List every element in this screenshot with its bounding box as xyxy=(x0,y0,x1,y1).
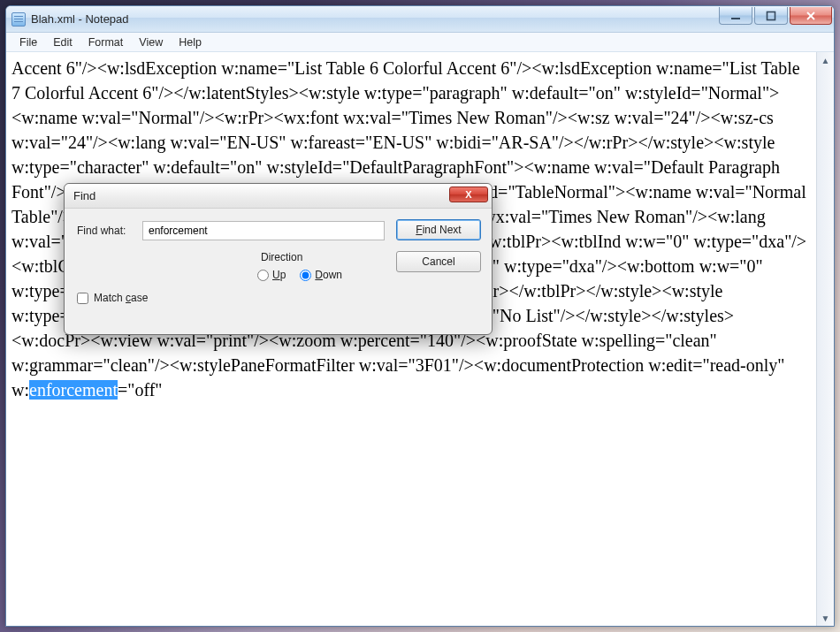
svg-rect-1 xyxy=(767,11,775,19)
menu-view[interactable]: View xyxy=(131,34,171,50)
scroll-up-icon[interactable]: ▲ xyxy=(817,52,834,68)
direction-up-radio[interactable] xyxy=(257,270,269,281)
scroll-down-icon[interactable]: ▼ xyxy=(817,610,834,626)
find-what-input[interactable] xyxy=(142,221,385,240)
direction-down[interactable]: Down xyxy=(300,269,342,281)
find-dialog-body: Find what: Find Next Cancel Direction Up… xyxy=(65,209,492,334)
editor-area: Accent 6"/><w:lsdException w:name="List … xyxy=(6,52,834,626)
find-dialog: Find X Find what: Find Next Cancel Direc… xyxy=(64,183,493,335)
find-close-button[interactable]: X xyxy=(449,187,488,202)
find-buttons: Find Next Cancel xyxy=(396,219,481,272)
search-highlight: enforcement xyxy=(29,380,118,400)
minimize-icon xyxy=(730,11,741,21)
maximize-icon xyxy=(766,11,776,21)
direction-down-label: Down xyxy=(315,269,342,281)
direction-down-radio[interactable] xyxy=(300,270,311,281)
match-case-label: Match case xyxy=(94,292,148,304)
cancel-button[interactable]: Cancel xyxy=(396,251,481,272)
close-button[interactable] xyxy=(790,7,832,25)
find-what-label: Find what: xyxy=(77,225,142,237)
find-dialog-title: Find xyxy=(73,189,95,202)
menubar: File Edit Format View Help xyxy=(6,33,834,52)
notepad-icon xyxy=(11,12,26,27)
vertical-scrollbar[interactable]: ▲ ▼ xyxy=(816,52,834,626)
find-next-rest: ind Next xyxy=(423,224,462,236)
close-icon xyxy=(806,11,816,21)
menu-edit[interactable]: Edit xyxy=(45,34,80,50)
direction-label: Direction xyxy=(257,251,306,263)
close-icon: X xyxy=(465,189,471,200)
menu-file[interactable]: File xyxy=(11,34,45,50)
direction-up-label: Up xyxy=(272,269,286,281)
window-title: Blah.xml - Notepad xyxy=(31,12,129,26)
menu-help[interactable]: Help xyxy=(171,34,210,50)
direction-group: Direction Up Down xyxy=(250,255,376,301)
menu-format[interactable]: Format xyxy=(80,34,132,50)
maximize-button[interactable] xyxy=(754,7,788,25)
titlebar[interactable]: Blah.xml - Notepad xyxy=(6,6,834,33)
svg-rect-0 xyxy=(731,18,740,19)
direction-up[interactable]: Up xyxy=(257,269,286,281)
find-dialog-titlebar[interactable]: Find X xyxy=(65,184,492,209)
match-case-checkbox[interactable] xyxy=(77,293,88,304)
find-next-button[interactable]: Find Next xyxy=(396,219,481,240)
match-case[interactable]: Match case xyxy=(77,292,148,304)
find-what-row: Find what: xyxy=(77,221,385,240)
window-controls xyxy=(717,6,832,25)
minimize-button[interactable] xyxy=(719,7,752,25)
text-editor[interactable]: Accent 6"/><w:lsdException w:name="List … xyxy=(6,52,816,626)
